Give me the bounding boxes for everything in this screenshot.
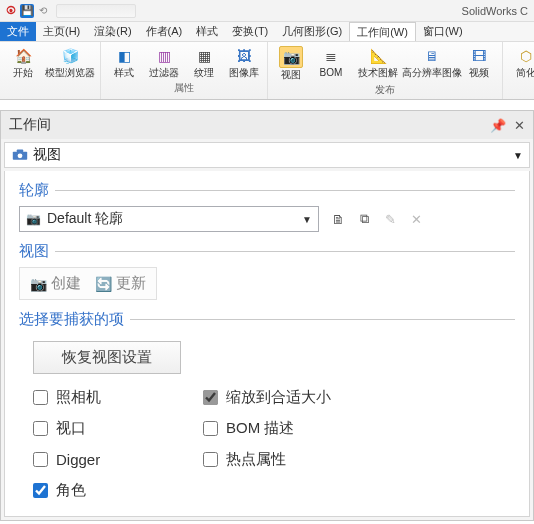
create-view-button[interactable]: 📷 创建 xyxy=(30,274,81,293)
image-lib-icon: 🖼 xyxy=(234,46,254,66)
ribbon-btn-model-browser[interactable]: 🧊 模型浏览器 xyxy=(46,46,94,78)
checkbox[interactable] xyxy=(203,452,218,467)
checkbox[interactable] xyxy=(33,421,48,436)
ribbon-btn-simplify[interactable]: ⬡简化 xyxy=(509,46,534,78)
camera-icon: 📷 xyxy=(279,46,303,68)
menu-home[interactable]: 主页(H) xyxy=(36,22,87,41)
menu-transform[interactable]: 变换(T) xyxy=(225,22,275,41)
panel-header: 工作间 📌 ✕ xyxy=(1,111,533,139)
chk-viewport[interactable]: 视口 xyxy=(33,419,193,438)
menu-style[interactable]: 样式 xyxy=(189,22,225,41)
panel-mode-select[interactable]: 视图 ▼ xyxy=(4,142,530,168)
menu-file[interactable]: 文件 xyxy=(0,22,36,41)
section-title-view: 视图 xyxy=(19,242,49,261)
svg-point-2 xyxy=(18,153,23,158)
workroom-panel: 工作间 📌 ✕ 视图 ▼ 轮廓 📷 Default 轮廓 ▼ xyxy=(0,110,534,521)
qat-strip xyxy=(56,4,136,18)
copy-profile-icon[interactable]: ⧉ xyxy=(355,210,373,228)
section-title-capture: 选择要捕获的项 xyxy=(19,310,124,329)
refresh-icon: 🔄 xyxy=(95,276,112,292)
ribbon-btn-bom[interactable]: ≣BOM xyxy=(314,46,348,80)
checkbox[interactable] xyxy=(203,421,218,436)
chk-hotspot[interactable]: 热点属性 xyxy=(203,450,403,469)
chk-camera[interactable]: 照相机 xyxy=(33,388,193,407)
menu-geometry[interactable]: 几何图形(G) xyxy=(275,22,349,41)
checkbox[interactable] xyxy=(33,390,48,405)
style-icon: ◧ xyxy=(114,46,134,66)
title-text: SolidWorks C xyxy=(462,5,528,17)
ribbon: 🏠 开始 🧊 模型浏览器 ◧样式 ▥过滤器 ▦纹理 🖼图像库 属性 📷视图 ≣B… xyxy=(0,42,534,100)
filter-icon: ▥ xyxy=(154,46,174,66)
profile-section: 轮廓 📷 Default 轮廓 ▼ 🗎 ⧉ ✎ ✕ xyxy=(9,175,525,236)
new-profile-icon[interactable]: 🗎 xyxy=(329,210,347,228)
qat: ⦿ 💾 ⟲ xyxy=(4,4,136,18)
save-icon[interactable]: 💾 xyxy=(20,4,34,18)
ribbon-group-start: 🏠 开始 🧊 模型浏览器 xyxy=(0,42,101,99)
panel-title: 工作间 xyxy=(9,116,51,134)
chk-bomdesc[interactable]: BOM 描述 xyxy=(203,419,403,438)
ribbon-btn-hires[interactable]: 🖥高分辨率图像 xyxy=(408,46,456,80)
hires-icon: 🖥 xyxy=(422,46,442,66)
checkbox[interactable] xyxy=(33,483,48,498)
ribbon-btn-imglib[interactable]: 🖼图像库 xyxy=(227,46,261,78)
ribbon-group-props: ◧样式 ▥过滤器 ▦纹理 🖼图像库 属性 xyxy=(101,42,268,99)
chk-fitzoom[interactable]: 缩放到合适大小 xyxy=(203,388,403,407)
restore-view-button[interactable]: 恢复视图设置 xyxy=(33,341,181,374)
delete-profile-icon[interactable]: ✕ xyxy=(407,210,425,228)
camera-icon: 📷 xyxy=(30,276,47,292)
menu-bar: 文件 主页(H) 渲染(R) 作者(A) 样式 变换(T) 几何图形(G) 工作… xyxy=(0,22,534,42)
app-icon: ⦿ xyxy=(4,4,18,18)
tech-illus-icon: 📐 xyxy=(368,46,388,66)
section-title-profile: 轮廓 xyxy=(19,181,49,200)
view-section: 视图 📷 创建 🔄 更新 xyxy=(9,236,525,304)
update-view-button[interactable]: 🔄 更新 xyxy=(95,274,146,293)
ribbon-btn-start[interactable]: 🏠 开始 xyxy=(6,46,40,78)
pin-icon[interactable]: 📌 xyxy=(490,118,506,133)
video-icon: 🎞 xyxy=(469,46,489,66)
chevron-down-icon: ▼ xyxy=(302,214,312,225)
cube-tree-icon: 🧊 xyxy=(60,46,80,66)
capture-section: 选择要捕获的项 恢复视图设置 照相机 缩放到合适大小 视口 BOM 描述 Dig… xyxy=(9,304,525,508)
panel-body: 轮廓 📷 Default 轮廓 ▼ 🗎 ⧉ ✎ ✕ 视图 xyxy=(4,171,530,517)
checkbox[interactable] xyxy=(33,452,48,467)
house-icon: 🏠 xyxy=(13,46,33,66)
camera-icon xyxy=(11,148,29,162)
ribbon-btn-texture[interactable]: ▦纹理 xyxy=(187,46,221,78)
divider xyxy=(130,319,515,320)
rename-profile-icon[interactable]: ✎ xyxy=(381,210,399,228)
group-label xyxy=(49,79,52,94)
qat-item[interactable]: ⟲ xyxy=(36,4,50,18)
menu-render[interactable]: 渲染(R) xyxy=(87,22,138,41)
texture-icon: ▦ xyxy=(194,46,214,66)
bom-icon: ≣ xyxy=(321,46,341,66)
menu-window[interactable]: 窗口(W) xyxy=(416,22,470,41)
camera-icon: 📷 xyxy=(26,212,41,226)
divider xyxy=(55,251,515,252)
ribbon-btn-techillus[interactable]: 📐技术图解 xyxy=(354,46,402,80)
ribbon-btn-view[interactable]: 📷视图 xyxy=(274,46,308,80)
ribbon-btn-filter[interactable]: ▥过滤器 xyxy=(147,46,181,78)
profile-dropdown[interactable]: 📷 Default 轮廓 ▼ xyxy=(19,206,319,232)
profile-value: Default 轮廓 xyxy=(47,210,302,228)
capture-checkboxes: 照相机 缩放到合适大小 视口 BOM 描述 Digger 热点属性 角色 xyxy=(19,384,515,504)
ribbon-btn-video[interactable]: 🎞视频 xyxy=(462,46,496,80)
ribbon-btn-style2[interactable]: ◧样式 xyxy=(107,46,141,78)
ribbon-group-publish: 📷视图 ≣BOM 📐技术图解 🖥高分辨率图像 🎞视频 发布 xyxy=(268,42,503,99)
checkbox[interactable] xyxy=(203,390,218,405)
title-bar: ⦿ 💾 ⟲ SolidWorks C xyxy=(0,0,534,22)
group-label: 发布 xyxy=(375,81,395,99)
chk-digger[interactable]: Digger xyxy=(33,450,193,469)
chevron-down-icon: ▼ xyxy=(513,150,523,161)
simplify-icon: ⬡ xyxy=(516,46,534,66)
ribbon-group-geom: ⬡简化 ⇔间隙检查 ✦交互式冲突检测 ▭物理规划 几何图形 xyxy=(503,42,534,99)
menu-author[interactable]: 作者(A) xyxy=(139,22,190,41)
view-actions: 📷 创建 🔄 更新 xyxy=(19,267,157,300)
panel-mode-label: 视图 xyxy=(33,146,513,164)
chk-role[interactable]: 角色 xyxy=(33,481,193,500)
close-icon[interactable]: ✕ xyxy=(514,118,525,133)
group-label: 属性 xyxy=(174,79,194,97)
divider xyxy=(55,190,515,191)
svg-rect-1 xyxy=(17,149,23,152)
menu-workroom[interactable]: 工作间(W) xyxy=(349,22,416,41)
